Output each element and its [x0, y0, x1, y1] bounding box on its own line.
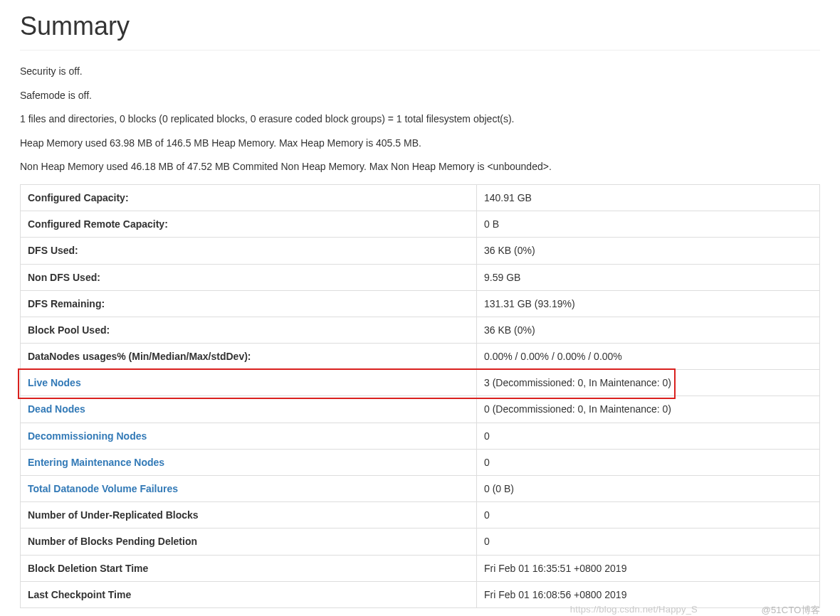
value-blocks-pending-deletion: 0 — [477, 529, 820, 555]
value-dfs-remaining: 131.31 GB (93.19%) — [477, 290, 820, 317]
value-non-dfs-used: 9.59 GB — [477, 264, 820, 290]
row-configured-capacity: Configured Capacity: 140.91 GB — [21, 184, 820, 211]
row-dfs-remaining: DFS Remaining: 131.31 GB (93.19%) — [21, 290, 820, 317]
value-entering-maintenance-nodes: 0 — [477, 449, 820, 475]
page-title: Summary — [20, 11, 820, 41]
label-dead-nodes[interactable]: Dead Nodes — [21, 396, 477, 423]
row-live-nodes: Live Nodes 3 (Decommissioned: 0, In Main… — [21, 370, 820, 396]
value-decommissioning-nodes: 0 — [477, 423, 820, 449]
label-live-nodes[interactable]: Live Nodes — [21, 370, 477, 396]
value-last-checkpoint-time: Fri Feb 01 16:08:56 +0800 2019 — [477, 581, 820, 607]
title-divider — [20, 50, 820, 51]
heap-memory-status: Heap Memory used 63.98 MB of 146.5 MB He… — [20, 137, 820, 151]
label-under-replicated-blocks: Number of Under-Replicated Blocks — [21, 502, 477, 529]
label-entering-maintenance-nodes[interactable]: Entering Maintenance Nodes — [21, 449, 477, 475]
row-total-datanode-volume-failures: Total Datanode Volume Failures 0 (0 B) — [21, 476, 820, 502]
value-dead-nodes: 0 (Decommissioned: 0, In Maintenance: 0) — [477, 396, 820, 423]
row-blocks-pending-deletion: Number of Blocks Pending Deletion 0 — [21, 529, 820, 555]
label-non-dfs-used: Non DFS Used: — [21, 264, 477, 290]
dead-nodes-link[interactable]: Dead Nodes — [28, 403, 85, 415]
row-datanodes-usages: DataNodes usages% (Min/Median/Max/stdDev… — [21, 344, 820, 370]
label-configured-capacity: Configured Capacity: — [21, 184, 477, 211]
label-total-datanode-volume-failures[interactable]: Total Datanode Volume Failures — [21, 476, 477, 502]
label-block-deletion-start-time: Block Deletion Start Time — [21, 555, 477, 581]
row-dead-nodes: Dead Nodes 0 (Decommissioned: 0, In Main… — [21, 396, 820, 423]
total-datanode-volume-failures-link[interactable]: Total Datanode Volume Failures — [28, 483, 178, 494]
summary-table: Configured Capacity: 140.91 GB Configure… — [20, 184, 820, 608]
nonheap-memory-status: Non Heap Memory used 46.18 MB of 47.52 M… — [20, 160, 820, 174]
row-entering-maintenance-nodes: Entering Maintenance Nodes 0 — [21, 449, 820, 475]
label-dfs-used: DFS Used: — [21, 238, 477, 264]
row-non-dfs-used: Non DFS Used: 9.59 GB — [21, 264, 820, 290]
value-under-replicated-blocks: 0 — [477, 502, 820, 529]
row-under-replicated-blocks: Number of Under-Replicated Blocks 0 — [21, 502, 820, 529]
row-dfs-used: DFS Used: 36 KB (0%) — [21, 238, 820, 264]
value-live-nodes: 3 (Decommissioned: 0, In Maintenance: 0) — [477, 370, 820, 396]
value-block-pool-used: 36 KB (0%) — [477, 317, 820, 343]
row-last-checkpoint-time: Last Checkpoint Time Fri Feb 01 16:08:56… — [21, 581, 820, 607]
label-datanodes-usages: DataNodes usages% (Min/Median/Max/stdDev… — [21, 344, 477, 370]
label-block-pool-used: Block Pool Used: — [21, 317, 477, 343]
live-nodes-link[interactable]: Live Nodes — [28, 377, 81, 388]
label-dfs-remaining: DFS Remaining: — [21, 290, 477, 317]
filesystem-status: 1 files and directories, 0 blocks (0 rep… — [20, 112, 820, 127]
row-configured-remote-capacity: Configured Remote Capacity: 0 B — [21, 211, 820, 238]
value-total-datanode-volume-failures: 0 (0 B) — [477, 476, 820, 502]
value-configured-capacity: 140.91 GB — [477, 184, 820, 211]
label-decommissioning-nodes[interactable]: Decommissioning Nodes — [21, 423, 477, 449]
label-configured-remote-capacity: Configured Remote Capacity: — [21, 211, 477, 238]
value-datanodes-usages: 0.00% / 0.00% / 0.00% / 0.00% — [477, 344, 820, 370]
row-decommissioning-nodes: Decommissioning Nodes 0 — [21, 423, 820, 449]
row-block-pool-used: Block Pool Used: 36 KB (0%) — [21, 317, 820, 343]
value-configured-remote-capacity: 0 B — [477, 211, 820, 238]
value-dfs-used: 36 KB (0%) — [477, 238, 820, 264]
safemode-status: Safemode is off. — [20, 89, 820, 103]
label-blocks-pending-deletion: Number of Blocks Pending Deletion — [21, 529, 477, 555]
value-block-deletion-start-time: Fri Feb 01 16:35:51 +0800 2019 — [477, 555, 820, 581]
entering-maintenance-nodes-link[interactable]: Entering Maintenance Nodes — [28, 457, 164, 468]
security-status: Security is off. — [20, 65, 820, 79]
row-block-deletion-start-time: Block Deletion Start Time Fri Feb 01 16:… — [21, 555, 820, 581]
decommissioning-nodes-link[interactable]: Decommissioning Nodes — [28, 430, 147, 442]
label-last-checkpoint-time: Last Checkpoint Time — [21, 581, 477, 607]
